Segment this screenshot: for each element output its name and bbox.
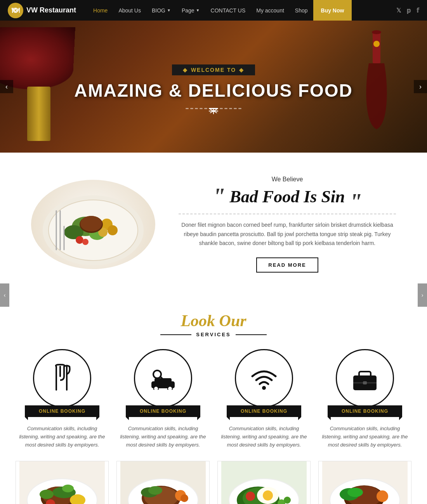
brand-logo[interactable]: 🍽 VW Restaurant [8, 3, 76, 18]
service-badge-2: ONLINE BOOKING [126, 405, 200, 417]
steak-plate-svg [117, 461, 209, 504]
service-icon-briefcase [336, 349, 394, 407]
svg-point-1 [372, 30, 381, 34]
believe-text-block: We Believe " Bad Food Is Sin " Doner fil… [179, 176, 396, 273]
svg-point-57 [246, 492, 255, 501]
nav-link-shop[interactable]: Shop [290, 0, 313, 21]
dropdown-arrow-page: ▼ [196, 8, 200, 12]
svg-point-66 [347, 488, 363, 497]
services-line-right [236, 334, 267, 335]
svg-point-12 [80, 216, 102, 231]
hero-right-decoration [357, 28, 396, 145]
nav-link-about[interactable]: About Us [113, 0, 146, 21]
social-links: 𝕏 𝕡 𝕗 [396, 7, 419, 14]
service-card-4: ONLINE BOOKING Communication skills, inc… [318, 349, 411, 449]
svg-point-14 [82, 239, 89, 245]
nav-link-biog[interactable]: BIOG ▼ [146, 0, 176, 21]
svg-rect-33 [363, 381, 367, 384]
read-more-button[interactable]: READ MORE [256, 257, 318, 273]
believe-divider [179, 214, 396, 214]
service-badge-3: ONLINE BOOKING [227, 405, 301, 417]
hero-background: WELCOME TO AMAZING & DELICIOUS FOOD [0, 21, 427, 153]
food-card-2: Lorem ipsum dolor sit amet $60.00 $40.00 [116, 461, 210, 504]
service-label-1: ONLINE BOOKING [39, 408, 85, 414]
svg-point-50 [148, 486, 162, 495]
brand-name: VW Restaurant [26, 6, 76, 14]
svg-point-59 [284, 497, 291, 504]
facebook-link[interactable]: 𝕗 [417, 7, 419, 14]
services-grid: ONLINE BOOKING Communication skills, inc… [16, 349, 411, 449]
svg-point-9 [108, 225, 118, 235]
navbar: 🍽 VW Restaurant Home About Us BIOG ▼ Pag… [0, 0, 427, 21]
food-card-1: Black Buns Burger Platter $60.00 $40.00 [16, 461, 109, 504]
svg-point-29 [262, 386, 266, 390]
svg-point-2 [373, 41, 380, 47]
services-subtitle: SERVICES [196, 332, 231, 337]
svg-rect-26 [154, 378, 172, 384]
nav-link-contact[interactable]: CONTACT US [205, 0, 251, 21]
nav-item-contact[interactable]: CONTACT US [205, 0, 251, 21]
nav-item-account[interactable]: My account [251, 0, 290, 21]
service-icon-car [134, 349, 192, 407]
nav-item-about[interactable]: About Us [113, 0, 146, 21]
svg-point-21 [153, 370, 161, 378]
egg-plate-svg [218, 461, 310, 504]
hero-dot-active [209, 108, 218, 109]
logo-icon: 🍽 [8, 3, 23, 18]
service-icon-dining [33, 349, 91, 407]
believe-food-image [31, 180, 155, 269]
service-card-3: ONLINE BOOKING Communication skills, inc… [217, 349, 311, 449]
nav-item-biog[interactable]: BIOG ▼ [146, 0, 176, 21]
hero-title: AMAZING & DELICIOUS FOOD [74, 80, 353, 101]
quote-text: Bad Food Is Sin [229, 187, 345, 206]
hero-prev-button[interactable]: ‹ [0, 80, 13, 93]
nav-item-home[interactable]: Home [88, 0, 113, 21]
hero-dot [186, 108, 189, 109]
hero-dot [229, 108, 232, 109]
services-title-cursive: Look Our [16, 311, 411, 330]
close-quote-mark: " [349, 189, 362, 214]
nav-item-page[interactable]: Page ▼ [176, 0, 205, 21]
believe-quote: " Bad Food Is Sin " [179, 187, 396, 207]
nav-link-buy[interactable]: Buy Now [313, 0, 352, 21]
nav-link-home[interactable]: Home [88, 0, 113, 21]
hero-content: WELCOME TO AMAZING & DELICIOUS FOOD [74, 64, 353, 109]
hero-dot [200, 108, 203, 109]
hero-dots [74, 108, 353, 109]
svg-point-41 [62, 485, 74, 492]
hero-welcome-badge: WELCOME TO [172, 64, 255, 75]
service-label-3: ONLINE BOOKING [241, 408, 287, 414]
believe-section: We Believe " Bad Food Is Sin " Doner fil… [0, 153, 427, 296]
pinterest-link[interactable]: 𝕡 [407, 7, 411, 14]
nav-item-buy[interactable]: Buy Now [313, 0, 352, 21]
service-badge-1: ONLINE BOOKING [25, 405, 99, 417]
food-card-3-image [218, 461, 310, 504]
nav-link-page[interactable]: Page ▼ [176, 0, 205, 21]
hero-next-button[interactable]: › [414, 80, 427, 93]
food-card-4-image [319, 461, 411, 504]
believe-subtitle: We Believe [179, 176, 396, 183]
service-card-1: ONLINE BOOKING Communication skills, inc… [16, 349, 109, 449]
food-card-2-image [117, 461, 209, 504]
wifi-icon [248, 367, 279, 390]
nav-item-shop[interactable]: Shop [290, 0, 313, 21]
service-icon-wifi [235, 349, 293, 407]
hero-dot [238, 108, 241, 109]
service-label-2: ONLINE BOOKING [140, 408, 186, 414]
hero-dot [224, 108, 227, 109]
services-subtitle-row: SERVICES [16, 332, 411, 337]
hero-section: WELCOME TO AMAZING & DELICIOUS FOOD [0, 21, 427, 153]
svg-rect-0 [373, 32, 380, 63]
nav-items-list: Home About Us BIOG ▼ Page ▼ CONTACT US M… [88, 0, 392, 21]
services-section: Look Our SERVICES ONLINE BOOKING Communi… [0, 296, 427, 457]
svg-point-48 [181, 494, 188, 502]
food-plate-svg [35, 180, 151, 269]
twitter-link[interactable]: 𝕏 [396, 7, 401, 14]
svg-point-27 [154, 386, 158, 390]
svg-point-28 [168, 386, 172, 390]
nav-link-account[interactable]: My account [251, 0, 290, 21]
hero-dot [220, 108, 223, 109]
service-desc-3: Communication skills, including listenin… [217, 425, 311, 449]
service-desc-4: Communication skills, including listenin… [318, 425, 411, 449]
car-key-icon [148, 367, 179, 390]
